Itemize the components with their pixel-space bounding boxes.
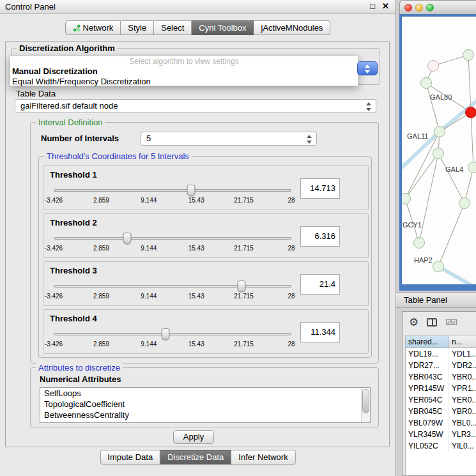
threshold-slider[interactable] xyxy=(51,328,294,341)
network-node-label: HAP2 xyxy=(414,256,433,264)
network-edge[interactable] xyxy=(471,112,473,167)
slider-track[interactable] xyxy=(54,237,291,240)
table-row[interactable]: YDL19...YDL1... xyxy=(406,348,476,360)
threshold-value-field[interactable]: 14.713 xyxy=(300,178,340,199)
table-panel-title: Table Panel xyxy=(404,295,447,305)
table-cell: YPR145W xyxy=(406,383,449,394)
zoom-button[interactable] xyxy=(426,4,434,12)
network-node[interactable] xyxy=(468,162,476,173)
threshold-slider[interactable] xyxy=(51,280,294,293)
dropdown-option[interactable]: Manual Discretization xyxy=(10,66,358,77)
close-button[interactable] xyxy=(404,4,412,12)
table-row[interactable]: YBR043CYBR0... xyxy=(406,371,476,383)
node-table: shared...n... YDL19...YDL1...YDR27...YDR… xyxy=(405,335,476,475)
attribute-list-item[interactable]: TopologicalCoefficient xyxy=(40,399,370,410)
network-icon xyxy=(73,24,81,32)
attribute-list-item[interactable]: SelfLoops xyxy=(40,388,370,399)
slider-track[interactable] xyxy=(54,285,291,288)
columns-icon[interactable] xyxy=(427,318,437,326)
select-columns-icon[interactable]: ☑☑ xyxy=(445,319,457,326)
network-node-gal80[interactable] xyxy=(421,78,432,89)
slider-thumb[interactable] xyxy=(237,280,245,292)
threshold-label: Threshold 4 xyxy=(50,314,97,323)
table-data-combobox[interactable]: galFiltered.sif default node xyxy=(15,99,376,113)
minimize-button[interactable] xyxy=(415,4,423,12)
slider-tick-label: -3.426 xyxy=(45,197,63,204)
dropdown-placeholder-text: Select algorithm to view settings xyxy=(10,56,358,66)
dropdown-option[interactable]: Equal Width/Frequency Discretization xyxy=(10,77,358,87)
table-row[interactable]: YIL052CYIL0... xyxy=(406,440,476,452)
network-node-gcy1[interactable] xyxy=(402,194,411,204)
table-row[interactable]: YER054CYER0... xyxy=(406,394,476,406)
close-panel-icon[interactable]: ✕ xyxy=(382,1,389,11)
bottom-tab-discretize-data[interactable]: Discretize Data xyxy=(160,450,231,464)
network-view-frame: GAL80GAL11GAL4GCY1HAP2 xyxy=(399,14,476,291)
bottom-tab-infer-network[interactable]: Infer Network xyxy=(231,450,295,464)
network-node[interactable] xyxy=(433,261,444,272)
combo-arrows-icon xyxy=(365,65,371,73)
algorithm-combobox-button[interactable] xyxy=(357,61,378,75)
network-node[interactable] xyxy=(466,107,476,118)
table-row[interactable]: YDR27...YDR2... xyxy=(406,360,476,371)
threshold-slider[interactable] xyxy=(51,232,294,245)
table-cell: YBR0... xyxy=(449,371,476,383)
slider-scale: -3.4262.8599.14415.4321.71528 xyxy=(51,197,294,204)
table-cell: YBL0... xyxy=(449,417,476,429)
table-cell: YER054C xyxy=(406,394,449,406)
algorithm-dropdown-popup: Select algorithm to view settings Manual… xyxy=(10,56,358,86)
control-panel-body: Discretization Algorithm Select algorith… xyxy=(5,41,390,447)
table-row[interactable]: YPR145WYPR1... xyxy=(406,383,476,394)
numerical-attributes-list[interactable]: SelfLoopsTopologicalCoefficientBetweenne… xyxy=(40,387,371,423)
list-scrollbar[interactable] xyxy=(361,388,370,422)
column-header-2[interactable]: n... xyxy=(449,335,476,348)
bottom-tab-impute-data[interactable]: Impute Data xyxy=(100,450,160,464)
tab-cyni-toolbox[interactable]: Cyni Toolbox xyxy=(192,20,254,35)
slider-scale: -3.4262.8599.14415.4321.71528 xyxy=(51,245,294,252)
table-cell: YPR1... xyxy=(449,383,476,394)
tab-jactivemnodules[interactable]: jActiveMNodules xyxy=(254,20,331,35)
threshold-value-field[interactable]: 6.316 xyxy=(300,226,340,247)
threshold-panel-1: Threshold 1-3.4262.8599.14415.4321.71528… xyxy=(43,165,369,210)
slider-thumb[interactable] xyxy=(161,328,169,340)
slider-tick-label: 28 xyxy=(288,197,295,204)
combo-arrows-icon xyxy=(366,102,372,111)
apply-button[interactable]: Apply xyxy=(173,430,214,444)
slider-track[interactable] xyxy=(54,333,291,335)
float-window-icon[interactable]: □ xyxy=(370,1,375,11)
network-node-hap2[interactable] xyxy=(414,238,425,249)
attribute-list-item[interactable]: BetweennessCentrality xyxy=(40,410,370,420)
network-edge[interactable] xyxy=(438,153,464,203)
table-row[interactable]: YBL079WYBL0... xyxy=(406,417,476,429)
network-node[interactable] xyxy=(463,50,474,61)
threshold-label: Threshold 3 xyxy=(50,266,97,275)
slider-tick-label: 9.144 xyxy=(141,293,157,300)
network-canvas[interactable]: GAL80GAL11GAL4GCY1HAP2 xyxy=(402,17,476,284)
tab-network[interactable]: Network xyxy=(65,20,121,35)
network-node-gal4[interactable] xyxy=(433,148,444,159)
tab-select[interactable]: Select xyxy=(154,20,192,35)
network-node[interactable] xyxy=(459,198,470,209)
slider-tick-label: 28 xyxy=(288,341,295,348)
gear-icon[interactable]: ⚙ xyxy=(409,317,418,328)
list-scrollbar-thumb[interactable] xyxy=(362,389,369,413)
tab-style[interactable]: Style xyxy=(121,20,154,35)
control-panel-window: Control Panel □ ✕ NetworkStyleSelectCyni… xyxy=(0,0,396,476)
table-row[interactable]: YLR345WYLR3... xyxy=(406,429,476,440)
network-edge[interactable] xyxy=(468,55,471,112)
threshold-value-field[interactable]: 11.344 xyxy=(300,322,340,342)
column-header-1[interactable]: shared... xyxy=(406,335,449,348)
table-header-row: shared...n... xyxy=(406,335,476,348)
network-edge[interactable] xyxy=(438,203,464,266)
network-edge[interactable] xyxy=(405,132,440,199)
network-edge-highlight[interactable] xyxy=(438,266,476,284)
slider-track[interactable] xyxy=(54,189,291,192)
bottom-tab-bar: Impute DataDiscretize DataInfer Network xyxy=(100,450,295,464)
network-node[interactable] xyxy=(428,61,439,72)
threshold-slider[interactable] xyxy=(51,184,294,197)
slider-thumb[interactable] xyxy=(123,233,132,244)
threshold-value-field[interactable]: 21.4 xyxy=(300,274,340,295)
slider-thumb[interactable] xyxy=(187,185,195,196)
network-node-gal11[interactable] xyxy=(434,127,445,137)
number-of-intervals-combobox[interactable]: 5 xyxy=(141,132,317,146)
table-row[interactable]: YBR045CYBR0... xyxy=(406,406,476,417)
